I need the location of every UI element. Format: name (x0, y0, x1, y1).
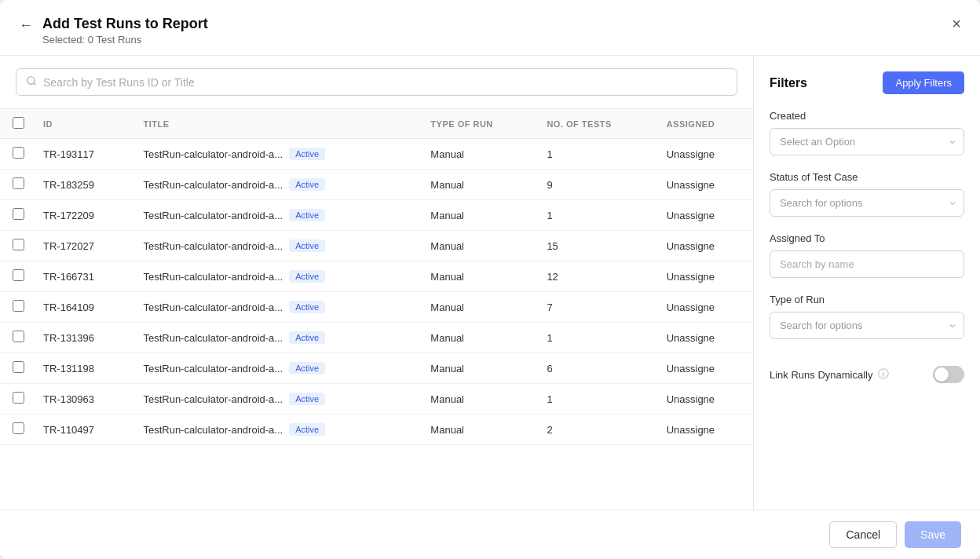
col-type: TYPE OF RUN (421, 109, 537, 139)
row-assigned: Unassigne (657, 384, 753, 415)
row-assigned: Unassigne (657, 353, 753, 384)
link-runs-row: Link Runs Dynamically ⓘ (770, 355, 964, 389)
col-id: ID (34, 109, 133, 139)
row-type: Manual (421, 292, 537, 323)
row-id: TR-183259 (34, 170, 133, 200)
row-title: TestRun-calculator-android-a... Active (133, 231, 421, 261)
row-checkbox-2[interactable] (13, 208, 24, 220)
apply-filters-button[interactable]: Apply Filters (883, 71, 964, 94)
table-header-row: ID TITLE TYPE OF RUN NO. OF TESTS ASSIGN… (0, 109, 753, 139)
table-row: TR-131198 TestRun-calculator-android-a..… (0, 353, 753, 384)
row-checkbox-cell (0, 353, 34, 384)
row-checkbox-5[interactable] (13, 300, 24, 312)
type-select[interactable]: Search for options (770, 312, 964, 339)
row-checkbox-1[interactable] (13, 177, 24, 189)
row-assigned: Unassigne (657, 170, 753, 200)
row-id: TR-164109 (34, 292, 133, 323)
row-tests: 1 (537, 323, 656, 353)
created-select[interactable]: Select an Option (770, 128, 964, 155)
row-assigned: Unassigne (657, 139, 753, 170)
filters-title: Filters (770, 76, 807, 90)
row-type: Manual (421, 415, 537, 445)
link-runs-toggle[interactable] (933, 366, 964, 383)
row-checkbox-6[interactable] (13, 331, 24, 342)
row-checkbox-9[interactable] (13, 422, 24, 434)
status-badge: Active (289, 148, 325, 160)
row-title: TestRun-calculator-android-a... Active (133, 292, 421, 323)
back-button[interactable]: ← (19, 17, 33, 34)
created-select-wrapper: Select an Option (770, 128, 964, 155)
search-input[interactable] (43, 76, 727, 89)
table-row: TR-130963 TestRun-calculator-android-a..… (0, 384, 753, 415)
row-type: Manual (421, 384, 537, 415)
row-tests: 7 (537, 292, 656, 323)
toggle-knob (934, 367, 949, 382)
row-tests: 2 (537, 415, 656, 445)
row-checkbox-4[interactable] (13, 269, 24, 281)
status-select-wrapper: Search for options (770, 189, 964, 217)
table-row: TR-131396 TestRun-calculator-android-a..… (0, 323, 753, 353)
row-assigned: Unassigne (657, 231, 753, 261)
status-badge: Active (289, 362, 325, 374)
modal-title: Add Test Runs to Report (42, 16, 208, 32)
table-row: TR-166731 TestRun-calculator-android-a..… (0, 261, 753, 292)
svg-point-0 (27, 77, 35, 84)
select-all-header (0, 109, 34, 139)
filter-status: Status of Test Case Search for options (770, 171, 964, 217)
header-left: ← Add Test Runs to Report Selected: 0 Te… (19, 16, 208, 46)
row-assigned: Unassigne (657, 415, 753, 445)
modal-subtitle: Selected: 0 Test Runs (42, 34, 208, 46)
filters-panel: Filters Apply Filters Created Select an … (754, 56, 980, 510)
row-checkbox-8[interactable] (13, 392, 24, 404)
main-panel: ID TITLE TYPE OF RUN NO. OF TESTS ASSIGN… (0, 56, 754, 510)
search-wrap (16, 68, 737, 96)
status-badge: Active (289, 423, 325, 436)
status-badge: Active (289, 393, 325, 405)
save-button[interactable]: Save (905, 521, 961, 548)
table-row: TR-183259 TestRun-calculator-android-a..… (0, 170, 753, 200)
row-type: Manual (421, 231, 537, 261)
test-runs-table: ID TITLE TYPE OF RUN NO. OF TESTS ASSIGN… (0, 109, 753, 445)
row-id: TR-110497 (34, 415, 133, 445)
status-badge: Active (289, 301, 325, 313)
row-tests: 1 (537, 200, 656, 231)
row-type: Manual (421, 170, 537, 200)
cancel-button[interactable]: Cancel (829, 521, 897, 548)
row-checkbox-3[interactable] (13, 239, 24, 250)
status-badge: Active (289, 270, 325, 283)
filter-created-label: Created (770, 110, 964, 122)
row-title: TestRun-calculator-android-a... Active (133, 323, 421, 353)
add-test-runs-modal: ← Add Test Runs to Report Selected: 0 Te… (0, 0, 980, 559)
row-checkbox-cell (0, 415, 34, 445)
row-type: Manual (421, 139, 537, 170)
table-wrap: ID TITLE TYPE OF RUN NO. OF TESTS ASSIGN… (0, 109, 753, 510)
row-assigned: Unassigne (657, 292, 753, 323)
table-row: TR-172027 TestRun-calculator-android-a..… (0, 231, 753, 261)
table-row: TR-110497 TestRun-calculator-android-a..… (0, 415, 753, 445)
row-id: TR-130963 (34, 384, 133, 415)
status-select[interactable]: Search for options (770, 189, 964, 217)
row-type: Manual (421, 353, 537, 384)
row-id: TR-131198 (34, 353, 133, 384)
filter-created: Created Select an Option (770, 110, 964, 155)
row-assigned: Unassigne (657, 261, 753, 292)
row-title: TestRun-calculator-android-a... Active (133, 261, 421, 292)
filter-type-label: Type of Run (770, 294, 964, 305)
row-tests: 1 (537, 139, 656, 170)
filter-type-of-run: Type of Run Search for options (770, 294, 964, 339)
status-badge: Active (289, 239, 325, 252)
row-checkbox-0[interactable] (13, 147, 24, 159)
link-runs-label: Link Runs Dynamically ⓘ (770, 367, 889, 382)
assigned-to-input[interactable] (770, 250, 964, 278)
filters-header: Filters Apply Filters (770, 71, 964, 94)
modal-header: ← Add Test Runs to Report Selected: 0 Te… (0, 0, 980, 56)
row-title: TestRun-calculator-android-a... Active (133, 139, 421, 170)
link-runs-text: Link Runs Dynamically (770, 369, 873, 381)
table-row: TR-193117 TestRun-calculator-android-a..… (0, 139, 753, 170)
close-button[interactable]: × (952, 16, 961, 31)
row-checkbox-7[interactable] (13, 361, 24, 373)
select-all-checkbox[interactable] (13, 117, 24, 129)
table-body: TR-193117 TestRun-calculator-android-a..… (0, 139, 753, 445)
row-checkbox-cell (0, 292, 34, 323)
search-icon (26, 75, 37, 89)
